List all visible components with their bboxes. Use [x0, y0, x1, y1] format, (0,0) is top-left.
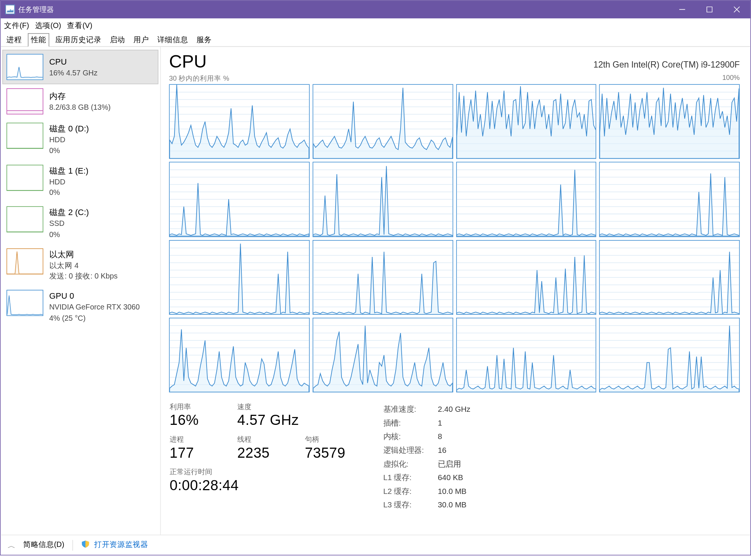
open-resmon-link[interactable]: 打开资源监视器 [81, 540, 148, 550]
sidebar-item-sub2: 0% [49, 187, 89, 198]
svg-rect-1 [707, 7, 712, 12]
footer: 〈 简略信息(D) 打开资源监视器 [1, 535, 751, 555]
menu-options[interactable]: 选项(O) [35, 21, 61, 31]
sidebar-item-sub2: 4% (25 °C) [49, 313, 140, 324]
sidebar-item-cpu-0[interactable]: CPU16% 4.57 GHz [2, 50, 158, 84]
spec-key: L2 缓存: [383, 485, 437, 497]
tab-6[interactable]: 服务 [194, 34, 214, 46]
spec-key: 虚拟化: [383, 458, 437, 470]
stat-value: 73579 [305, 445, 358, 461]
core-chart-0 [169, 84, 309, 159]
axis-right: 100% [722, 74, 740, 83]
core-chart-8 [169, 240, 309, 314]
main-panel: CPU 12th Gen Intel(R) Core(TM) i9-12900F… [161, 47, 750, 535]
cpu-model: 12th Gen Intel(R) Core(TM) i9-12900F [593, 60, 740, 69]
spec-key: 逻辑处理器: [383, 444, 437, 456]
stat-label: 速度 [237, 402, 299, 412]
sidebar-item-diskg-4[interactable]: 磁盘 2 (C:)SSD0% [2, 202, 158, 244]
brief-info-link[interactable]: 简略信息(D) [23, 540, 64, 550]
maximize-button[interactable] [696, 1, 723, 19]
shield-icon [81, 540, 90, 548]
spec-val: 10.0 MB [438, 485, 476, 497]
sidebar-item-title: CPU [49, 56, 98, 68]
core-chart-5 [312, 162, 453, 237]
tab-1[interactable]: 性能 [28, 33, 49, 47]
separator [72, 540, 73, 551]
uptime-value: 0:00:28:44 [170, 477, 358, 494]
core-chart-3 [599, 84, 740, 159]
sidebar-item-gpu-6[interactable]: GPU 0NVIDIA GeForce RTX 30604% (25 °C) [2, 286, 158, 328]
sidebar-item-sub: 8.2/63.8 GB (13%) [49, 102, 111, 113]
stat-label: 句柄 [305, 435, 358, 445]
spec-val: 1 [438, 417, 476, 429]
minimize-button[interactable] [668, 1, 696, 19]
sidebar-item-mem-1[interactable]: 内存8.2/63.8 GB (13%) [2, 84, 158, 118]
stat-value: 16% [170, 412, 223, 428]
sidebar-item-eth-5[interactable]: 以太网以太网 4发送: 0 接收: 0 Kbps [2, 244, 158, 286]
sidebar-item-diskg-2[interactable]: 磁盘 0 (D:)HDD0% [2, 119, 158, 161]
core-chart-14 [456, 318, 596, 392]
uptime-label: 正常运行时间 [170, 467, 358, 477]
tab-0[interactable]: 进程 [4, 34, 24, 46]
core-chart-10 [456, 240, 596, 314]
spec-key: 内核: [383, 430, 437, 443]
sidebar-item-title: GPU 0 [49, 290, 140, 302]
sidebar-item-sub: 16% 4.57 GHz [49, 68, 98, 78]
stat-label: 利用率 [170, 402, 223, 412]
sidebar-item-sub: HDD [49, 135, 89, 146]
core-chart-1 [312, 84, 453, 159]
sidebar-item-title: 磁盘 1 (E:) [49, 165, 89, 177]
window-title: 任务管理器 [18, 4, 54, 15]
close-button[interactable] [723, 1, 750, 19]
menu-view[interactable]: 查看(V) [67, 21, 92, 31]
sidebar-item-sub: 以太网 4 [49, 260, 118, 271]
core-chart-13 [312, 318, 453, 392]
core-grid [169, 84, 739, 392]
spec-val: 2.40 GHz [438, 403, 476, 416]
sidebar-item-sub: SSD [49, 218, 89, 229]
stat-label: 进程 [170, 435, 223, 445]
chevron-up-icon[interactable]: 〈 [6, 541, 16, 549]
spec-key: L3 缓存: [383, 498, 437, 511]
menubar: 文件(F) 选项(O) 查看(V) [1, 18, 751, 32]
app-icon [5, 5, 15, 14]
stat-value: 177 [170, 445, 223, 461]
core-chart-15 [599, 318, 740, 392]
spec-val: 8 [438, 430, 476, 443]
stats-left: 利用率16%速度4.57 GHz 进程177线程2235句柄73579 正常运行… [169, 402, 358, 494]
core-chart-11 [599, 240, 740, 314]
spec-key: 插槽: [383, 417, 437, 429]
sidebar-item-title: 磁盘 0 (D:) [49, 123, 89, 135]
task-manager-window: 任务管理器 文件(F) 选项(O) 查看(V) 进程性能应用历史记录启动用户详细… [0, 0, 751, 556]
tab-5[interactable]: 详细信息 [155, 34, 190, 46]
core-chart-9 [312, 240, 453, 314]
core-chart-7 [599, 162, 740, 237]
spec-val: 已启用 [438, 458, 476, 470]
tab-2[interactable]: 应用历史记录 [53, 34, 104, 46]
sidebar-item-sub2: 0% [49, 146, 89, 156]
core-chart-12 [169, 318, 309, 392]
tab-3[interactable]: 启动 [107, 34, 127, 46]
spec-val: 30.0 MB [438, 498, 476, 511]
stats-right: 基准速度:2.40 GHz插槽:1内核:8逻辑处理器:16虚拟化:已启用L1 缓… [382, 402, 477, 512]
core-chart-2 [456, 84, 596, 159]
sidebar-item-diskg-3[interactable]: 磁盘 1 (E:)HDD0% [2, 161, 158, 202]
core-chart-6 [456, 162, 596, 237]
stat-value: 2235 [237, 445, 291, 461]
core-chart-4 [169, 162, 309, 237]
spec-val: 640 KB [438, 471, 476, 483]
sidebar-item-sub: HDD [49, 177, 89, 187]
stat-label: 线程 [237, 435, 291, 445]
titlebar[interactable]: 任务管理器 [1, 1, 751, 19]
sidebar-item-sub2: 0% [49, 229, 89, 240]
tab-4[interactable]: 用户 [131, 34, 151, 46]
sidebar-item-sub: NVIDIA GeForce RTX 3060 [49, 302, 140, 313]
spec-key: L1 缓存: [383, 471, 437, 483]
menu-file[interactable]: 文件(F) [4, 21, 29, 31]
sidebar-item-title: 磁盘 2 (C:) [49, 206, 89, 218]
stat-value: 4.57 GHz [237, 412, 299, 428]
sidebar[interactable]: CPU16% 4.57 GHz内存8.2/63.8 GB (13%)磁盘 0 (… [1, 47, 161, 535]
axis-left: 30 秒内的利用率 % [169, 74, 229, 83]
spec-val: 16 [438, 444, 476, 456]
spec-key: 基准速度: [383, 403, 437, 416]
